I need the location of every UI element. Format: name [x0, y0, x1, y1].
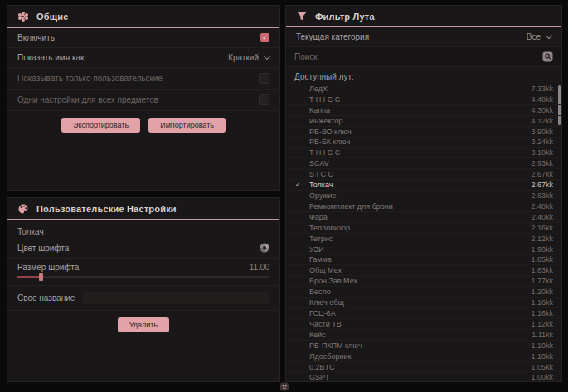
list-item[interactable]: ✓ SCAV 2.93kk	[286, 158, 561, 169]
only-custom-label: Показывать только пользовательские	[17, 74, 163, 83]
list-item[interactable]: ✓ УЗИ 1.90kk	[286, 244, 561, 255]
loot-list: ✓ ЛедХ 7.33kk ✓ T H I C C 4.48kk ✓ Каппа…	[286, 84, 561, 381]
list-item[interactable]: ✓ Ключ общ 1.16kk	[286, 298, 561, 308]
loot-item-value: 2.63kk	[531, 191, 553, 200]
loot-item-value: 1.20kk	[531, 288, 553, 296]
loot-item-value: 7.33kk	[531, 85, 553, 93]
loot-item-value: 3.90kk	[531, 128, 553, 136]
loot-item-name: Весло	[309, 288, 331, 296]
list-item[interactable]: ✓ Гамма 1.85kk	[286, 255, 561, 266]
loot-item-value: 1.85kk	[531, 255, 553, 264]
color-wheel-icon[interactable]	[260, 243, 269, 253]
search-input[interactable]: Поиск	[294, 52, 318, 61]
list-item[interactable]: ✓ GSPT 1.00kk	[286, 372, 561, 381]
loot-item-name: Общ Мех	[309, 266, 342, 274]
loot-item-name: T H I C C	[309, 148, 340, 157]
loot-item-name: Фара	[309, 213, 328, 221]
category-select[interactable]: Все	[527, 32, 551, 41]
delete-button[interactable]: Удалить	[118, 317, 169, 332]
import-button[interactable]: Импортировать	[148, 118, 226, 133]
general-header: Общие	[7, 6, 279, 27]
list-item[interactable]: ✓ Каппа 4.30kk	[286, 105, 561, 116]
loot-item-value: 2.40kk	[531, 213, 553, 221]
list-item[interactable]: ✓ T H I C C 4.48kk	[286, 94, 561, 105]
check-icon: ✓	[295, 181, 301, 188]
loot-item-name: ГСЦ-6А	[309, 309, 336, 317]
list-item[interactable]: ✓ Части ТВ 1.12kk	[286, 319, 561, 330]
list-item[interactable]: ✓ Ремкомплект для брони 2.48kk	[286, 201, 561, 212]
loot-item-name: S I C C	[309, 170, 333, 178]
custom-name-input[interactable]	[83, 292, 269, 304]
list-item[interactable]: ✓ Оружие 2.63kk	[286, 191, 561, 201]
search-row[interactable]: Поиск	[286, 47, 561, 67]
list-item[interactable]: ✓ T H I C C 3.10kk	[286, 148, 561, 158]
list-item[interactable]: ✓ Тетрис 2.12kk	[286, 234, 561, 244]
loot-item-name: Ядосборник	[309, 352, 351, 361]
custom-settings-header: Пользовательские Настройки	[7, 198, 279, 219]
loot-item-value: 2.93kk	[531, 159, 553, 167]
list-item[interactable]: ✓ Брон Зав Мех 1.77kk	[286, 276, 561, 287]
category-value: Все	[527, 32, 541, 41]
list-item[interactable]: ✓ Весло 1.20kk	[286, 287, 561, 298]
loot-item-value: 3.24kk	[531, 138, 553, 146]
list-item[interactable]: ✓ Кейс 1.11kk	[286, 330, 561, 341]
loot-item-value: 1.16kk	[531, 298, 553, 307]
loot-item-name: T H I C C	[309, 95, 340, 104]
loot-item-value: 2.12kk	[531, 235, 553, 243]
loot-item-value: 1.11kk	[532, 331, 553, 339]
show-name-value: Краткий	[228, 53, 259, 62]
enable-row: Включить ✓	[7, 28, 279, 48]
loot-item-name: Каппа	[309, 106, 330, 114]
loot-item-value: 2.48kk	[531, 202, 553, 211]
category-label: Текущая категория	[296, 32, 369, 41]
loot-filter-header: Фильтр Лута	[286, 6, 561, 26]
custom-name-label: Свое название	[17, 293, 75, 302]
list-item[interactable]: ✓ Ядосборник 1.10kk	[286, 351, 561, 362]
show-name-label: Показать имя как	[17, 53, 84, 62]
loot-item-name: Части ТВ	[309, 320, 342, 328]
loot-item-value: 2.67kk	[531, 181, 553, 189]
list-item[interactable]: ✓ РБ-ВО ключ 3.90kk	[286, 127, 561, 138]
list-item[interactable]: ✓ Фара 2.40kk	[286, 212, 561, 223]
loot-item-value: 1.10kk	[531, 341, 553, 350]
list-item[interactable]: ✓ Толкач 2.67kk	[286, 180, 561, 191]
selected-item-name: Толкач	[7, 220, 279, 238]
same-settings-checkbox[interactable]	[259, 94, 269, 105]
same-settings-label: Одни настройки для всех предметов	[17, 95, 158, 104]
enable-checkbox[interactable]: ✓	[260, 33, 269, 42]
list-item[interactable]: ✓ 0.2BTC 1.05kk	[286, 362, 561, 373]
loot-item-name: Тетрис	[309, 235, 333, 243]
show-name-select[interactable]: Краткий	[228, 53, 269, 62]
loot-item-name: Гамма	[309, 255, 332, 264]
loot-item-name: 0.2BTC	[309, 363, 335, 371]
panel-general: Общие Включить ✓ Показать имя как Кратки…	[7, 5, 280, 191]
font-color-row: Цвет шрифта	[7, 238, 279, 259]
only-custom-checkbox[interactable]	[259, 73, 269, 84]
loot-item-value: 2.67kk	[531, 170, 553, 178]
loot-item-value: 1.05kk	[531, 363, 553, 371]
list-item[interactable]: ✓ Тепловизор 2.16kk	[286, 223, 561, 234]
loot-item-value: 1.00kk	[531, 373, 553, 381]
list-item[interactable]: ✓ РБ-ПКПМ ключ 1.10kk	[286, 341, 561, 351]
loot-item-value: 1.83kk	[531, 266, 553, 274]
available-loot-label: Доступный лут:	[286, 67, 561, 84]
panel-title: Фильтр Лута	[315, 12, 375, 22]
list-item[interactable]: ✓ РБ-БК ключ 3.24kk	[286, 138, 561, 148]
loot-item-name: УЗИ	[309, 245, 323, 254]
font-size-slider[interactable]	[17, 276, 269, 278]
loot-item-value: 1.12kk	[531, 320, 553, 328]
loot-item-value: 4.12kk	[531, 117, 553, 125]
list-item[interactable]: ✓ ГСЦ-6А 1.16kk	[286, 308, 561, 319]
loot-item-name: Ремкомплект для брони	[309, 202, 393, 211]
font-color-label: Цвет шрифта	[17, 244, 69, 253]
list-item[interactable]: ✓ Общ Мех 1.83kk	[286, 265, 561, 276]
loot-item-name: ЛедХ	[309, 85, 328, 93]
loot-item-value: 1.77kk	[531, 277, 553, 285]
list-item[interactable]: ✓ S I C C 2.67kk	[286, 169, 561, 180]
list-item[interactable]: ✓ ЛедХ 7.33kk	[286, 84, 561, 94]
loot-item-name: Инжектор	[309, 117, 343, 125]
list-item[interactable]: ✓ Инжектор 4.12kk	[286, 116, 561, 127]
search-icon[interactable]	[542, 51, 553, 62]
slider-thumb[interactable]	[39, 273, 43, 281]
export-button[interactable]: Экспортировать	[61, 118, 140, 133]
